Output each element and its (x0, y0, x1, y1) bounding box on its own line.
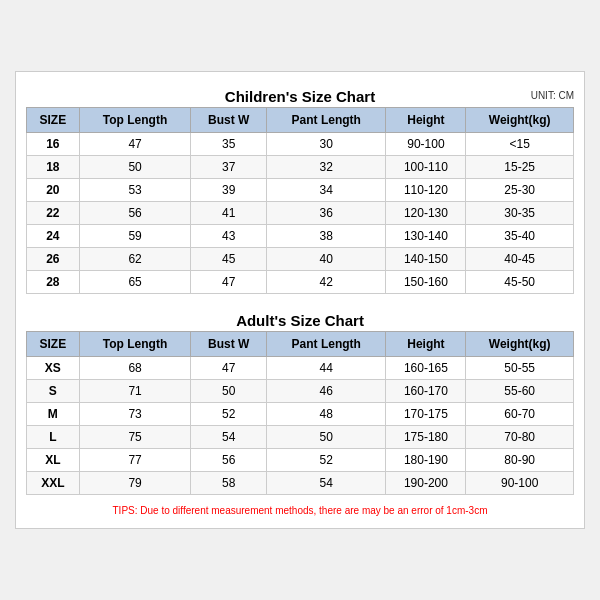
adult-size-table: SIZE Top Length Bust W Pant Length Heigh… (26, 331, 574, 495)
table-row: 20533934110-12025-30 (27, 179, 574, 202)
table-row: 24594338130-14035-40 (27, 225, 574, 248)
col-pant-length: Pant Length (267, 108, 386, 133)
col-size: SIZE (27, 108, 80, 133)
col-size: SIZE (27, 332, 80, 357)
tips-text: TIPS: Due to different measurement metho… (26, 499, 574, 518)
table-row: XL775652180-19080-90 (27, 449, 574, 472)
col-weight: Weight(kg) (466, 332, 574, 357)
table-row: XXL795854190-20090-100 (27, 472, 574, 495)
col-pant-length: Pant Length (267, 332, 386, 357)
children-section-title: Children's Size Chart UNIT: CM (26, 82, 574, 107)
table-row: M735248170-17560-70 (27, 403, 574, 426)
table-row: 18503732100-11015-25 (27, 156, 574, 179)
table-row: 1647353090-100<15 (27, 133, 574, 156)
adult-header-row: SIZE Top Length Bust W Pant Length Heigh… (27, 332, 574, 357)
children-title-text: Children's Size Chart (225, 88, 375, 105)
col-height: Height (386, 332, 466, 357)
table-row: 26624540140-15040-45 (27, 248, 574, 271)
col-height: Height (386, 108, 466, 133)
children-size-table: SIZE Top Length Bust W Pant Length Heigh… (26, 107, 574, 294)
children-header-row: SIZE Top Length Bust W Pant Length Heigh… (27, 108, 574, 133)
size-chart-card: Children's Size Chart UNIT: CM SIZE Top … (15, 71, 585, 529)
table-row: L755450175-18070-80 (27, 426, 574, 449)
adult-section-title: Adult's Size Chart (26, 306, 574, 331)
unit-label: UNIT: CM (531, 89, 574, 100)
table-row: 28654742150-16045-50 (27, 271, 574, 294)
table-row: XS684744160-16550-55 (27, 357, 574, 380)
col-weight: Weight(kg) (466, 108, 574, 133)
col-bust-w: Bust W (191, 332, 267, 357)
col-top-length: Top Length (79, 332, 191, 357)
col-bust-w: Bust W (191, 108, 267, 133)
table-row: S715046160-17055-60 (27, 380, 574, 403)
adult-title-text: Adult's Size Chart (236, 312, 364, 329)
table-row: 22564136120-13030-35 (27, 202, 574, 225)
col-top-length: Top Length (79, 108, 191, 133)
